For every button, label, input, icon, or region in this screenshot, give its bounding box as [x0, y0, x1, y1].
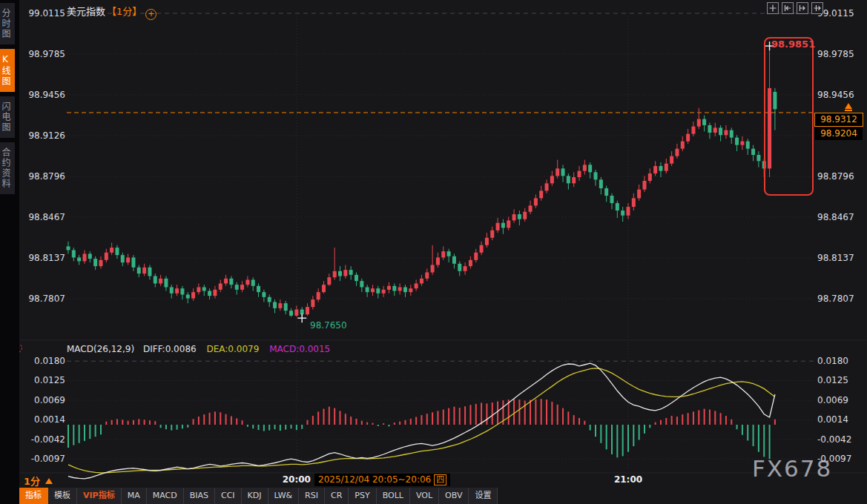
sidebar-item-time-chart[interactable]: 分时图: [0, 3, 15, 44]
toolbar-item-BOLL[interactable]: BOLL: [377, 488, 410, 504]
highlight-box: [764, 37, 814, 196]
macd-axis-label-left: -0.0042: [22, 434, 65, 445]
scale-right-icon[interactable]: [797, 2, 808, 14]
scroll-to-latest-icon[interactable]: [845, 103, 852, 111]
price-axis-label-right: 98.8796: [817, 171, 854, 182]
macd-axis-label-right: -0.0097: [817, 454, 851, 464]
toolbar-item-RSI[interactable]: RSI: [299, 488, 325, 504]
chart-header: 美元指数【1分】+: [67, 4, 156, 20]
high-price-label: 98.9851: [771, 39, 815, 50]
period-selector[interactable]: 1分: [24, 474, 53, 488]
toolbar-item-CR[interactable]: CR: [325, 488, 349, 504]
period-selector-label: 1分: [24, 474, 40, 488]
indicator-toolbar: 指标模板VIP指标MAMACDBIASCCIKDJLW&RSICRPSYBOLL…: [19, 488, 498, 504]
symbol-title: 美元指数: [67, 6, 105, 17]
toolbar-item-PSY[interactable]: PSY: [349, 488, 376, 504]
price-axis-label-left: 98.9126: [22, 130, 65, 141]
toolbar-item-指标[interactable]: 指标: [19, 488, 48, 504]
price-axis-label-left: 98.9785: [22, 49, 65, 59]
crosshair-time-tooltip: 2025/12/04 20:05~20:06四: [314, 474, 450, 486]
tooltip-weekday: 四: [434, 474, 446, 485]
toolbar-item-设置[interactable]: 设置: [469, 488, 498, 504]
price-axis-label-left: 98.8467: [22, 212, 65, 222]
toolbar-item-LW&[interactable]: LW&: [268, 488, 300, 504]
sidebar-item-kline-chart[interactable]: K线图: [0, 49, 15, 92]
time-axis-label: 21:00: [614, 474, 642, 485]
add-indicator-icon[interactable]: +: [145, 9, 156, 20]
macd-axis-label-left: 0.0125: [22, 375, 65, 385]
price-axis-label-right: 98.8137: [817, 253, 854, 263]
macd-axis-label-left: 0.0014: [22, 414, 65, 425]
last-price-tag: 98.9312: [814, 113, 863, 127]
price-axis-label-right: 98.8467: [817, 212, 854, 222]
sidebar-item-contract-info[interactable]: 合约资料: [0, 142, 15, 194]
toolbar-item-BIAS[interactable]: BIAS: [184, 488, 215, 504]
macd-axis-label-right: 0.0125: [817, 375, 848, 385]
toolbar-item-模板[interactable]: 模板: [48, 488, 77, 504]
macd-axis-label-right: 0.0069: [817, 395, 848, 405]
low-price-label: 98.7650: [310, 320, 347, 331]
price-axis-label-left: 98.7807: [22, 294, 65, 304]
macd-macd-value: MACD:0.0015: [269, 344, 330, 354]
macd-axis-label-right: 0.0180: [817, 356, 848, 366]
sidebar-item-flash-chart[interactable]: 闪电图: [0, 96, 15, 138]
triangle-up-icon: [45, 478, 53, 484]
macd-diff-value: DIFF:0.0086: [143, 344, 197, 354]
macd-axis-label-left: 0.0180: [22, 356, 65, 366]
toolbar-item-VOL[interactable]: VOL: [410, 488, 439, 504]
price-axis-label-left: 98.9456: [22, 90, 65, 100]
price-axis-label-right: 98.9456: [817, 90, 854, 100]
chart-plot-area[interactable]: [67, 13, 814, 473]
toolbar-item-MA[interactable]: MA: [122, 488, 147, 504]
scale-left-icon[interactable]: [782, 2, 794, 14]
time-axis-label: 20:00: [283, 474, 311, 485]
price-axis-label-left: 98.8796: [22, 171, 65, 182]
toolbar-item-VIP指标[interactable]: VIP指标: [77, 488, 122, 504]
toolbar-item-CCI[interactable]: CCI: [215, 488, 242, 504]
macd-header: MACD(26,12,9) DIFF:0.0086 DEA:0.0079 MAC…: [67, 344, 330, 354]
macd-params: MACD(26,12,9): [67, 344, 134, 354]
price-axis-label-right: 98.7807: [817, 294, 854, 304]
price-axis-label-left: 99.0115: [22, 8, 65, 19]
chart-tools: [767, 2, 823, 14]
macd-axis-label-left: 0.0069: [22, 395, 65, 405]
macd-dea-value: DEA:0.0079: [206, 344, 259, 354]
toolbar-item-OBV[interactable]: OBV: [439, 488, 469, 504]
tooltip-date: 2025/12/04 20:05~20:06: [318, 474, 431, 485]
secondary-price-tag: 98.9204: [815, 127, 863, 140]
macd-axis-label-right: -0.0042: [817, 434, 851, 445]
pan-right-icon[interactable]: [811, 2, 823, 14]
macd-axis-label-right: 0.0014: [817, 414, 848, 425]
macd-axis-label-left: -0.0097: [22, 454, 65, 464]
period-tag: 【1分】: [107, 6, 142, 17]
price-axis-label-left: 98.8137: [22, 253, 65, 263]
chart-type-sidebar: 分时图 K线图 闪电图 合约资料: [0, 0, 19, 504]
price-axis-label-right: 98.9785: [817, 49, 854, 59]
trading-app: 分时图 K线图 闪电图 合约资料 美元指数【1分】+ 98.9851 98.76…: [0, 0, 867, 504]
crosshair-icon[interactable]: [767, 2, 779, 14]
toolbar-item-KDJ[interactable]: KDJ: [242, 488, 268, 504]
toolbar-item-MACD[interactable]: MACD: [147, 488, 184, 504]
